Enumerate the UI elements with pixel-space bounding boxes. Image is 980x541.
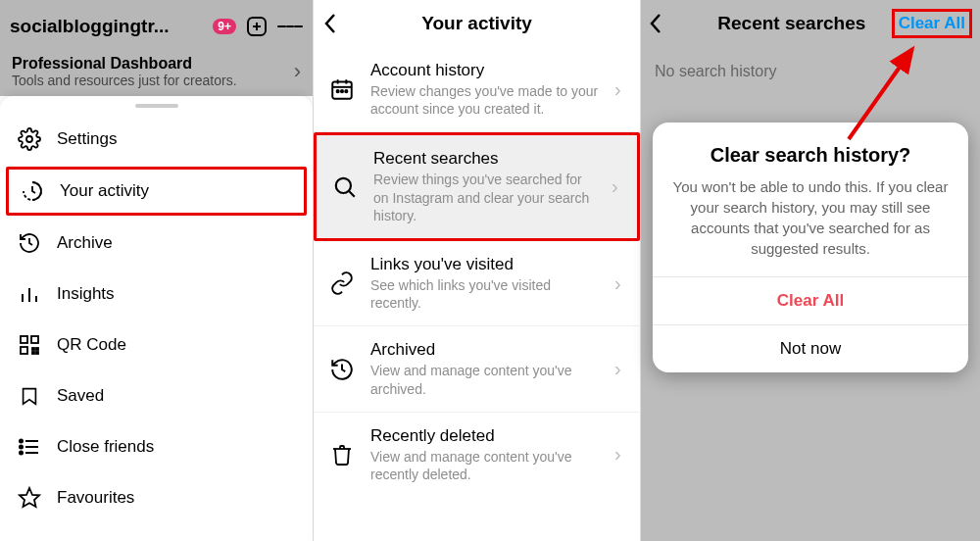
svg-point-19 bbox=[20, 452, 23, 455]
svg-point-25 bbox=[337, 90, 339, 92]
activity-archived[interactable]: Archived View and manage content you've … bbox=[314, 326, 640, 412]
link-icon bbox=[327, 270, 357, 296]
clear-all-link[interactable]: Clear All bbox=[892, 9, 972, 38]
svg-point-18 bbox=[20, 446, 23, 449]
activity-recent-searches[interactable]: Recent searches Review things you've sea… bbox=[314, 132, 640, 241]
svg-marker-20 bbox=[20, 488, 39, 507]
svg-rect-10 bbox=[32, 348, 34, 350]
highlight-your-activity: Your activity bbox=[6, 167, 307, 216]
item-desc: Review things you've searched for on Ins… bbox=[373, 171, 598, 224]
svg-point-17 bbox=[20, 440, 23, 443]
menu-saved[interactable]: Saved bbox=[0, 370, 313, 421]
modal-not-now-button[interactable]: Not now bbox=[653, 324, 968, 372]
no-history-label: No search history bbox=[641, 47, 980, 96]
professional-dashboard-row[interactable]: Professional Dashboard Tools and resourc… bbox=[10, 51, 303, 92]
search-icon bbox=[330, 174, 360, 200]
item-desc: View and manage content you've recently … bbox=[370, 448, 601, 483]
svg-rect-11 bbox=[36, 348, 38, 350]
chevron-right-icon: › bbox=[614, 78, 630, 101]
username-label[interactable]: socialbloggingtr... bbox=[10, 16, 205, 37]
menu-close-friends[interactable]: Close friends bbox=[0, 421, 313, 472]
svg-rect-7 bbox=[21, 336, 27, 343]
clear-history-modal: Clear search history? You won't be able … bbox=[653, 123, 968, 372]
svg-rect-8 bbox=[31, 336, 38, 343]
menu-label: QR Code bbox=[57, 335, 126, 355]
archive-icon bbox=[18, 231, 41, 255]
menu-label: Your activity bbox=[60, 181, 149, 201]
searches-title: Recent searches bbox=[672, 13, 892, 34]
svg-rect-12 bbox=[32, 352, 34, 354]
dashboard-subtitle: Tools and resources just for creators. bbox=[12, 73, 237, 88]
modal-title: Clear search history? bbox=[672, 144, 949, 167]
panel-profile-menu: socialbloggingtr... 9+ Professional Dash… bbox=[0, 0, 314, 541]
activity-header: Your activity bbox=[314, 0, 640, 47]
activity-recently-deleted[interactable]: Recently deleted View and manage content… bbox=[314, 413, 640, 497]
activity-title: Your activity bbox=[347, 13, 607, 34]
calendar-icon bbox=[327, 76, 357, 102]
menu-qr-code[interactable]: QR Code bbox=[0, 320, 313, 370]
list-icon bbox=[18, 435, 41, 459]
star-icon bbox=[18, 486, 41, 510]
item-desc: Review changes you've made to your accou… bbox=[370, 82, 601, 118]
svg-point-26 bbox=[341, 90, 343, 92]
item-title: Recently deleted bbox=[370, 426, 601, 446]
gear-icon bbox=[18, 127, 41, 151]
chevron-right-icon: › bbox=[614, 443, 630, 466]
menu-label: Insights bbox=[57, 284, 115, 304]
menu-favourites[interactable]: Favourites bbox=[0, 472, 313, 523]
activity-account-history[interactable]: Account history Review changes you've ma… bbox=[314, 47, 640, 132]
back-button[interactable] bbox=[649, 13, 672, 34]
chevron-right-icon: › bbox=[294, 59, 301, 84]
new-post-icon[interactable] bbox=[244, 14, 270, 39]
modal-clear-all-button[interactable]: Clear All bbox=[653, 276, 968, 324]
menu-label: Saved bbox=[57, 386, 104, 406]
item-desc: View and manage content you've archived. bbox=[370, 362, 601, 397]
activity-icon bbox=[21, 179, 44, 203]
svg-rect-9 bbox=[21, 347, 27, 354]
menu-label: Settings bbox=[57, 129, 117, 149]
activity-links-visited[interactable]: Links you've visited See which links you… bbox=[314, 241, 640, 326]
chevron-right-icon: › bbox=[612, 175, 627, 198]
svg-point-28 bbox=[336, 177, 351, 192]
menu-settings[interactable]: Settings bbox=[0, 114, 313, 165]
panel-recent-searches: Recent searches Clear All No search hist… bbox=[641, 0, 980, 541]
qr-code-icon bbox=[18, 333, 41, 357]
searches-header: Recent searches Clear All bbox=[641, 0, 980, 47]
svg-point-27 bbox=[345, 90, 347, 92]
insights-icon bbox=[18, 282, 41, 306]
svg-point-3 bbox=[26, 136, 32, 142]
item-title: Account history bbox=[370, 61, 601, 80]
chevron-right-icon: › bbox=[614, 272, 630, 295]
chevron-right-icon: › bbox=[614, 358, 630, 380]
item-title: Recent searches bbox=[373, 149, 598, 169]
item-title: Archived bbox=[370, 340, 601, 360]
menu-label: Favourites bbox=[57, 488, 134, 508]
bookmark-icon bbox=[18, 384, 41, 408]
menu-your-activity[interactable]: Your activity bbox=[9, 170, 304, 213]
hamburger-icon[interactable] bbox=[277, 14, 303, 39]
menu-label: Close friends bbox=[57, 437, 154, 457]
panel-your-activity: Your activity Account history Review cha… bbox=[314, 0, 641, 541]
profile-header-dimmed: socialbloggingtr... 9+ Professional Dash… bbox=[0, 0, 313, 96]
notification-badge: 9+ bbox=[213, 19, 236, 34]
trash-icon bbox=[327, 442, 357, 467]
sheet-handle[interactable] bbox=[135, 104, 178, 108]
back-button[interactable] bbox=[323, 13, 347, 34]
svg-line-29 bbox=[349, 191, 354, 196]
archive-icon bbox=[327, 357, 357, 382]
menu-archive[interactable]: Archive bbox=[0, 218, 313, 269]
item-desc: See which links you've visited recently. bbox=[370, 276, 601, 312]
menu-insights[interactable]: Insights bbox=[0, 269, 313, 320]
modal-desc: You won't be able to undo this. If you c… bbox=[672, 176, 949, 259]
svg-rect-13 bbox=[36, 352, 38, 354]
item-title: Links you've visited bbox=[370, 255, 601, 274]
menu-sheet: Settings Your activity Archive Insights bbox=[0, 96, 313, 541]
menu-label: Archive bbox=[57, 233, 113, 253]
dashboard-title: Professional Dashboard bbox=[12, 55, 237, 73]
